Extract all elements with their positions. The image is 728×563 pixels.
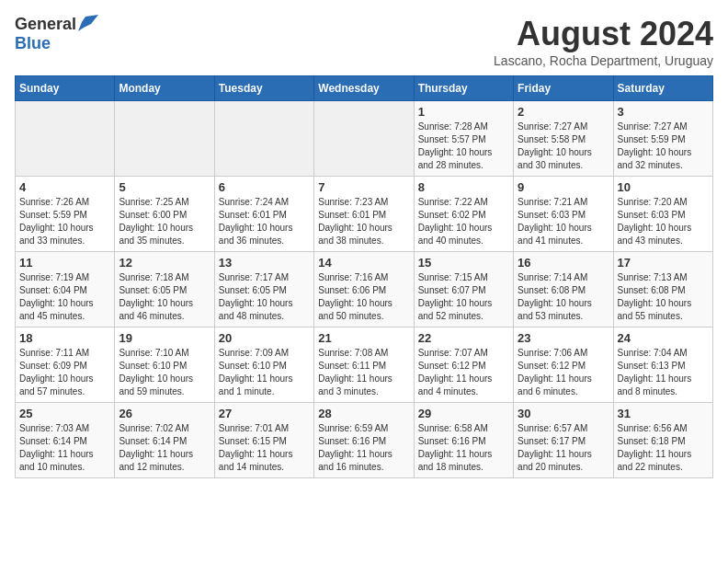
day-info: Sunrise: 7:17 AMSunset: 6:05 PMDaylight:… xyxy=(219,271,310,323)
day-info: Sunrise: 7:25 AMSunset: 6:00 PMDaylight:… xyxy=(119,196,210,247)
calendar-week-row-3: 11Sunrise: 7:19 AMSunset: 6:04 PMDayligh… xyxy=(16,252,713,327)
day-number: 25 xyxy=(19,407,110,420)
calendar-week-row-4: 18Sunrise: 7:11 AMSunset: 6:09 PMDayligh… xyxy=(16,327,713,403)
calendar-week-row-5: 25Sunrise: 7:03 AMSunset: 6:14 PMDayligh… xyxy=(16,403,713,478)
day-info: Sunrise: 7:10 AMSunset: 6:10 PMDaylight:… xyxy=(119,347,210,398)
calendar-cell: 22Sunrise: 7:07 AMSunset: 6:12 PMDayligh… xyxy=(414,327,513,403)
day-number: 27 xyxy=(219,407,310,420)
day-info: Sunrise: 7:02 AMSunset: 6:14 PMDaylight:… xyxy=(119,422,210,474)
day-number: 4 xyxy=(19,180,110,194)
day-info: Sunrise: 7:26 AMSunset: 5:59 PMDaylight:… xyxy=(19,196,110,247)
calendar-cell: 12Sunrise: 7:18 AMSunset: 6:05 PMDayligh… xyxy=(115,252,214,327)
weekday-header-sunday: Sunday xyxy=(16,76,115,101)
day-number: 1 xyxy=(418,105,509,119)
calendar-cell: 6Sunrise: 7:24 AMSunset: 6:01 PMDaylight… xyxy=(214,177,313,252)
calendar-week-row-1: 1Sunrise: 7:28 AMSunset: 5:57 PMDaylight… xyxy=(16,101,713,177)
day-number: 3 xyxy=(618,105,709,119)
day-number: 19 xyxy=(119,331,210,345)
day-number: 11 xyxy=(19,256,110,270)
weekday-header-tuesday: Tuesday xyxy=(214,76,313,101)
month-year-title: August 2024 xyxy=(494,15,713,53)
day-number: 13 xyxy=(219,256,310,270)
day-info: Sunrise: 6:58 AMSunset: 6:16 PMDaylight:… xyxy=(418,422,509,474)
day-info: Sunrise: 6:56 AMSunset: 6:18 PMDaylight:… xyxy=(618,422,709,474)
day-info: Sunrise: 7:09 AMSunset: 6:10 PMDaylight:… xyxy=(219,347,310,398)
logo-bird-icon xyxy=(78,15,98,31)
day-number: 29 xyxy=(418,407,509,420)
calendar-cell: 30Sunrise: 6:57 AMSunset: 6:17 PMDayligh… xyxy=(514,403,613,478)
calendar-week-row-2: 4Sunrise: 7:26 AMSunset: 5:59 PMDaylight… xyxy=(16,177,713,252)
calendar-cell xyxy=(16,101,115,177)
svg-marker-0 xyxy=(78,15,98,31)
calendar-cell: 2Sunrise: 7:27 AMSunset: 5:58 PMDaylight… xyxy=(514,101,613,177)
title-block: August 2024 Lascano, Rocha Department, U… xyxy=(494,15,713,68)
calendar-cell: 27Sunrise: 7:01 AMSunset: 6:15 PMDayligh… xyxy=(214,403,313,478)
calendar-cell: 31Sunrise: 6:56 AMSunset: 6:18 PMDayligh… xyxy=(613,403,712,478)
day-number: 20 xyxy=(219,331,310,345)
calendar-cell: 7Sunrise: 7:23 AMSunset: 6:01 PMDaylight… xyxy=(314,177,414,252)
day-info: Sunrise: 7:08 AMSunset: 6:11 PMDaylight:… xyxy=(318,347,409,398)
day-number: 24 xyxy=(618,331,709,345)
weekday-header-row: SundayMondayTuesdayWednesdayThursdayFrid… xyxy=(16,76,713,101)
calendar-cell: 16Sunrise: 7:14 AMSunset: 6:08 PMDayligh… xyxy=(514,252,613,327)
day-info: Sunrise: 7:21 AMSunset: 6:03 PMDaylight:… xyxy=(518,196,609,247)
day-number: 7 xyxy=(318,180,409,194)
calendar-cell: 1Sunrise: 7:28 AMSunset: 5:57 PMDaylight… xyxy=(414,101,513,177)
calendar-cell: 11Sunrise: 7:19 AMSunset: 6:04 PMDayligh… xyxy=(16,252,115,327)
location-subtitle: Lascano, Rocha Department, Uruguay xyxy=(494,53,713,68)
day-number: 9 xyxy=(518,180,609,194)
day-info: Sunrise: 7:28 AMSunset: 5:57 PMDaylight:… xyxy=(418,121,509,172)
calendar-cell: 15Sunrise: 7:15 AMSunset: 6:07 PMDayligh… xyxy=(414,252,513,327)
day-number: 22 xyxy=(418,331,509,345)
calendar-cell xyxy=(314,101,414,177)
day-number: 17 xyxy=(618,256,709,270)
day-number: 15 xyxy=(418,256,509,270)
day-number: 6 xyxy=(219,180,310,194)
calendar-cell: 18Sunrise: 7:11 AMSunset: 6:09 PMDayligh… xyxy=(16,327,115,403)
calendar-table: SundayMondayTuesdayWednesdayThursdayFrid… xyxy=(15,75,713,478)
logo-general-text: General xyxy=(15,15,76,34)
weekday-header-friday: Friday xyxy=(514,76,613,101)
day-number: 26 xyxy=(119,407,210,420)
day-number: 2 xyxy=(518,105,609,119)
calendar-cell: 5Sunrise: 7:25 AMSunset: 6:00 PMDaylight… xyxy=(115,177,214,252)
weekday-header-thursday: Thursday xyxy=(414,76,513,101)
logo: General Blue xyxy=(15,15,98,53)
calendar-cell: 26Sunrise: 7:02 AMSunset: 6:14 PMDayligh… xyxy=(115,403,214,478)
page-header: General Blue August 2024 Lascano, Rocha … xyxy=(15,15,713,68)
day-info: Sunrise: 7:03 AMSunset: 6:14 PMDaylight:… xyxy=(19,422,110,474)
day-info: Sunrise: 7:27 AMSunset: 5:59 PMDaylight:… xyxy=(618,121,709,172)
day-info: Sunrise: 7:04 AMSunset: 6:13 PMDaylight:… xyxy=(618,347,709,398)
day-info: Sunrise: 7:22 AMSunset: 6:02 PMDaylight:… xyxy=(418,196,509,247)
day-number: 12 xyxy=(119,256,210,270)
day-info: Sunrise: 7:27 AMSunset: 5:58 PMDaylight:… xyxy=(518,121,609,172)
calendar-cell: 25Sunrise: 7:03 AMSunset: 6:14 PMDayligh… xyxy=(16,403,115,478)
day-number: 23 xyxy=(518,331,609,345)
weekday-header-wednesday: Wednesday xyxy=(314,76,414,101)
day-number: 30 xyxy=(518,407,609,420)
day-number: 16 xyxy=(518,256,609,270)
day-info: Sunrise: 7:24 AMSunset: 6:01 PMDaylight:… xyxy=(219,196,310,247)
day-info: Sunrise: 6:59 AMSunset: 6:16 PMDaylight:… xyxy=(318,422,409,474)
day-number: 10 xyxy=(618,180,709,194)
day-info: Sunrise: 7:01 AMSunset: 6:15 PMDaylight:… xyxy=(219,422,310,474)
day-info: Sunrise: 7:16 AMSunset: 6:06 PMDaylight:… xyxy=(318,271,409,323)
day-info: Sunrise: 7:13 AMSunset: 6:08 PMDaylight:… xyxy=(618,271,709,323)
calendar-cell: 24Sunrise: 7:04 AMSunset: 6:13 PMDayligh… xyxy=(613,327,712,403)
calendar-cell xyxy=(115,101,214,177)
calendar-cell: 23Sunrise: 7:06 AMSunset: 6:12 PMDayligh… xyxy=(514,327,613,403)
calendar-cell: 19Sunrise: 7:10 AMSunset: 6:10 PMDayligh… xyxy=(115,327,214,403)
day-number: 18 xyxy=(19,331,110,345)
calendar-cell: 28Sunrise: 6:59 AMSunset: 6:16 PMDayligh… xyxy=(314,403,414,478)
day-info: Sunrise: 7:07 AMSunset: 6:12 PMDaylight:… xyxy=(418,347,509,398)
calendar-cell: 10Sunrise: 7:20 AMSunset: 6:03 PMDayligh… xyxy=(613,177,712,252)
calendar-cell: 3Sunrise: 7:27 AMSunset: 5:59 PMDaylight… xyxy=(613,101,712,177)
day-number: 5 xyxy=(119,180,210,194)
day-number: 8 xyxy=(418,180,509,194)
calendar-cell: 21Sunrise: 7:08 AMSunset: 6:11 PMDayligh… xyxy=(314,327,414,403)
calendar-cell: 9Sunrise: 7:21 AMSunset: 6:03 PMDaylight… xyxy=(514,177,613,252)
day-number: 14 xyxy=(318,256,409,270)
day-info: Sunrise: 7:19 AMSunset: 6:04 PMDaylight:… xyxy=(19,271,110,323)
day-info: Sunrise: 7:15 AMSunset: 6:07 PMDaylight:… xyxy=(418,271,509,323)
calendar-cell: 8Sunrise: 7:22 AMSunset: 6:02 PMDaylight… xyxy=(414,177,513,252)
